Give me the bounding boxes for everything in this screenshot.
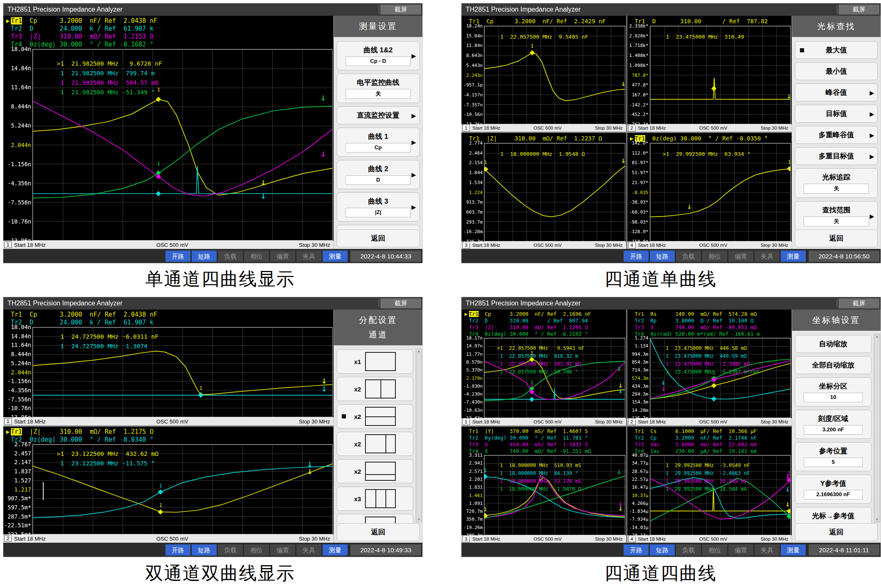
status-button-6[interactable]: 测量 [323, 544, 348, 556]
plot-area[interactable]: >1 22.057500 MHz 9.5943 nF 1 22.057500 M… [484, 338, 625, 418]
osc-level-label: OSC 500 mV [666, 243, 761, 248]
status-button-0[interactable]: 开路 [165, 544, 190, 556]
menu-button-4[interactable]: 曲线 2D▶ [337, 160, 420, 189]
menu-button-label: 曲线 3 [368, 197, 388, 205]
status-button-6[interactable]: 测量 [781, 251, 806, 262]
menu-button-1[interactable]: x2 [337, 377, 413, 401]
y-axis-tick-label: -16.28m [464, 229, 483, 234]
status-button-5[interactable]: 夹具 [755, 251, 780, 262]
menu-button-6[interactable]: 曲线 4θz(deg)▶ [337, 225, 420, 229]
status-button-1[interactable]: 短路 [192, 544, 217, 556]
menu-button-0[interactable]: 曲线 1&2Cp - D▶ [337, 41, 420, 70]
menu-button-0[interactable]: 自动缩放 [795, 335, 871, 353]
status-button-6[interactable]: 测量 [781, 544, 806, 556]
y-axis-tick-label: 2.170n [466, 375, 483, 381]
y-axis-tick-label: -142.2* [629, 102, 648, 107]
back-button[interactable]: 返回 [337, 523, 420, 541]
menu-button-6[interactable]: x3 [337, 514, 413, 523]
submenu-arrow-icon: ▶ [870, 153, 874, 159]
menu-button-2[interactable]: x2 [337, 404, 413, 428]
screenshot-button[interactable]: 截屏 [839, 298, 879, 308]
status-button-6[interactable]: 测量 [323, 251, 348, 262]
screenshot-button[interactable]: 截屏 [380, 5, 421, 15]
back-button[interactable]: 返回 [795, 229, 878, 247]
status-button-5[interactable]: 夹具 [755, 544, 780, 556]
menu-button-3[interactable]: 曲线 1Cp▶ [337, 128, 420, 157]
status-button-0[interactable]: 开路 [624, 544, 649, 556]
y-axis-tick-label: 16.47μ [632, 485, 649, 490]
status-button-5[interactable]: 夹具 [296, 251, 321, 262]
status-button-3[interactable]: 相位 [244, 544, 269, 556]
menu-button-3[interactable]: 刻度/区域3.200 nF [795, 410, 871, 439]
menu-button-3[interactable]: x2 [337, 432, 413, 456]
trace-info-line: Tr3 G 450.00 mS/ Ref 1.1831 S [463, 441, 626, 448]
back-button[interactable]: 返回 [337, 229, 420, 247]
quad-bottom-left: TH2851 Precision Impedance Analyzer截屏 Tr… [0, 294, 440, 588]
status-button-2[interactable]: 负载 [218, 251, 243, 262]
status-button-2[interactable]: 负载 [676, 544, 701, 556]
y-axis-tick-label: -7.357n [464, 102, 483, 107]
back-button[interactable]: 返回 [795, 523, 878, 541]
plot-area[interactable]: 1 29.992500 MHz -3.0549 nF 1 29.992500 M… [650, 455, 791, 535]
app-title: TH2851 Precision Impedance Analyzer [3, 6, 123, 13]
status-button-0[interactable]: 开路 [624, 251, 649, 262]
status-button-4[interactable]: 偏置 [270, 251, 295, 262]
menu-button-2[interactable]: 峰谷值▶ [795, 84, 878, 101]
menu-button-0[interactable]: x1 [337, 349, 413, 374]
status-button-3[interactable]: 相位 [702, 251, 727, 262]
status-button-1[interactable]: 短路 [650, 544, 675, 556]
trace-info-line: Tr1 |Y| 370.00 mS/ Ref 1.4607 S [463, 428, 626, 435]
menu-button-5[interactable]: x3 [337, 487, 413, 511]
status-button-1[interactable]: 短路 [192, 251, 217, 262]
menu-button-2[interactable]: 坐标分区10 [795, 377, 871, 406]
status-button-5[interactable]: 夹具 [296, 544, 321, 556]
trace-info-line: Tr3 Vac 5.6000 mV/ Ref 22.602 mV [629, 441, 792, 448]
plot-area[interactable]: 1 23.475000 MHz 440.58 mΩ 1 23.475000 MH… [650, 338, 791, 418]
menu-scrollbar[interactable]: ˄˅ [874, 334, 880, 522]
status-button-2[interactable]: 负载 [676, 251, 701, 262]
plot-area[interactable]: >1 23.122500 MHz 432.62 mΩ 1 23.122500 M… [32, 444, 333, 534]
y-axis-labels: 40.87μ34.77μ28.67μ22.57μ16.47μ10.37μ4.26… [627, 455, 650, 535]
plot-area[interactable]: 1 18.000000 MHz 1.9548 Ω1↓ [484, 143, 625, 241]
trace-info-line: ▶Tr1 Cp 3.2000 nF/ Ref 2.1696 nF [463, 311, 626, 317]
menu-button-4[interactable]: 多重峰谷值▶ [795, 126, 878, 144]
menu-button-2[interactable]: 直流监控设置▶ [337, 106, 420, 124]
status-button-0[interactable]: 开路 [165, 251, 190, 262]
status-button-4[interactable]: 偏置 [728, 251, 753, 262]
screenshot-button[interactable]: 截屏 [380, 298, 421, 308]
plot-footer: 1Start 18 MHzOSC 500 mVStop 30 MHz [3, 417, 333, 426]
plot-area[interactable]: 1 24.727500 MHz -6.0311 nF 1 24.727500 M… [32, 327, 333, 417]
plot-area[interactable]: 1 22.057500 MHz 9.5485 nF1↓ [484, 26, 625, 124]
menu-button-1[interactable]: 全部自动缩放 [795, 356, 871, 374]
menu-button-5[interactable]: 曲线 3|Z|▶ [337, 192, 420, 221]
menu-button-5[interactable]: 多重目标值▶ [795, 147, 878, 165]
status-button-4[interactable]: 偏置 [728, 544, 753, 556]
status-button-1[interactable]: 短路 [650, 251, 675, 262]
menu-scrollbar[interactable]: ˄˅ [416, 349, 422, 522]
menu-button-0[interactable]: 最大值 [795, 41, 878, 59]
menu-button-4[interactable]: x2 [337, 459, 413, 483]
menu-button-1[interactable]: 最小值 [795, 62, 878, 80]
menu-button-4[interactable]: 参考位置5 [795, 442, 871, 471]
menu-button-5[interactable]: Y参考值2.1696300 nF [795, 475, 871, 504]
menu-button-3[interactable]: 目标值▶ [795, 105, 878, 123]
plot-area[interactable]: >1 29.992500 MHz 63.934 °1↓ [650, 143, 791, 241]
menu-button-1[interactable]: 电平监控曲线关 [337, 74, 420, 103]
plot-area[interactable]: 1 18.000000 MHz 510.93 mS 1 18.000000 MH… [484, 455, 625, 535]
screenshot-button[interactable]: 截屏 [839, 5, 879, 15]
menu-button-6[interactable]: 光标→参考值 [795, 507, 871, 523]
plot-area[interactable]: 1 23.475000 MHz 310.491↓ [650, 26, 791, 124]
menu-button-6[interactable]: 光标追踪关 [795, 168, 878, 198]
marker-readout-line: 1 18.000000 MHz -1.9470 Ω [497, 485, 581, 493]
plot-area[interactable]: >1 21.982500 MHz 9.6726 nF 1 21.982500 M… [32, 49, 333, 241]
status-button-3[interactable]: 相位 [702, 544, 727, 556]
marker-readout-line: 1 22.057500 MHz 9.5485 nF [497, 33, 588, 41]
status-button-4[interactable]: 偏置 [270, 544, 295, 556]
marker-number-label: 1 [159, 482, 163, 488]
menu-button-label: 最小值 [826, 67, 847, 75]
status-button-3[interactable]: 相位 [244, 251, 269, 262]
layout-icon [365, 407, 396, 426]
status-button-2[interactable]: 负载 [218, 544, 243, 556]
selected-indicator-icon [800, 48, 804, 52]
menu-button-7[interactable]: 查找范围关▶ [795, 201, 878, 229]
